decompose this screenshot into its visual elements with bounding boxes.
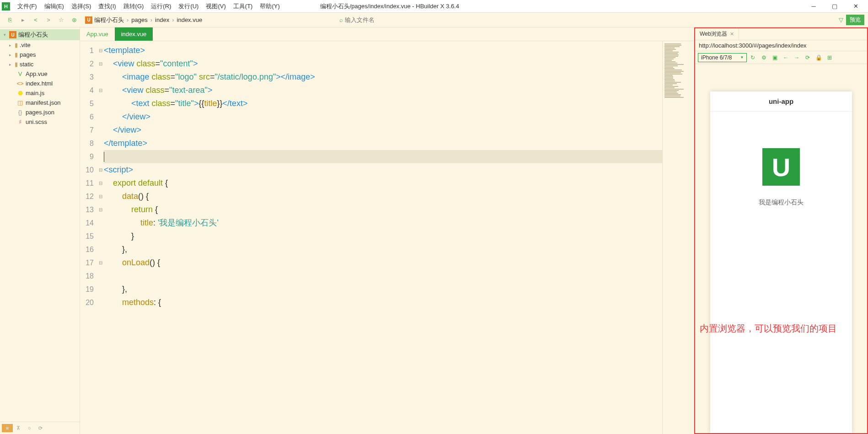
- search-icon: ⌕: [339, 16, 343, 23]
- save-icon[interactable]: ▸: [16, 15, 29, 26]
- preview-canvas: uni-app U 我是编程小石头 内置浏览器，可以预览我们的项目: [695, 64, 867, 433]
- menu-item[interactable]: 帮助(Y): [256, 0, 283, 12]
- menu-item[interactable]: 文件(F): [14, 0, 41, 12]
- breadcrumb-item[interactable]: index.vue: [177, 16, 203, 23]
- preview-toolbar: iPhone 6/7/8▼ ↻ ⚙ ▣ ← → ⟳ 🔒 ⊞: [695, 51, 867, 64]
- fold-toggle[interactable]: [97, 110, 104, 123]
- app-header: uni-app: [710, 91, 852, 112]
- lock-icon[interactable]: 🔒: [814, 53, 824, 62]
- device-selector[interactable]: iPhone 6/7/8▼: [698, 53, 747, 62]
- fold-toggle[interactable]: [97, 269, 104, 283]
- tree-folder[interactable]: ▸▮.vite: [0, 40, 80, 50]
- menu-item[interactable]: 运行(R): [147, 0, 175, 12]
- tree-file[interactable]: <>index.html: [0, 79, 80, 88]
- tree-folder[interactable]: ▸▮pages: [0, 50, 80, 59]
- window-controls: ─ ▢ ✕: [803, 0, 866, 13]
- fold-toggle[interactable]: ⊟: [97, 177, 104, 190]
- fold-toggle[interactable]: ⊟: [97, 190, 104, 203]
- run-icon[interactable]: ⊛: [68, 15, 80, 26]
- fold-toggle[interactable]: [97, 137, 104, 150]
- nav-back-icon[interactable]: <: [29, 15, 42, 26]
- fold-toggle[interactable]: ⊟: [97, 203, 104, 216]
- breadcrumb-item[interactable]: index: [155, 16, 169, 23]
- menu-item[interactable]: 编辑(E): [41, 0, 68, 12]
- chevron-down-icon: ▼: [740, 55, 744, 59]
- window-title: 编程小石头/pages/index/index.vue - HBuilder X…: [320, 2, 459, 11]
- menubar: H 文件(F)编辑(E)选择(S)查找(I)跳转(G)运行(R)发行(U)视图(…: [0, 0, 868, 13]
- tree-file[interactable]: ⬣main.js: [0, 88, 80, 98]
- screenshot-icon[interactable]: ▣: [770, 53, 780, 62]
- preview-tab-browser[interactable]: Web浏览器 ✕: [695, 28, 739, 40]
- breadcrumb-separator-icon: ›: [127, 16, 129, 23]
- fold-toggle[interactable]: [97, 283, 104, 296]
- menu-item[interactable]: 发行(U): [175, 0, 202, 12]
- line-gutter: 1234567891011121314151617181920: [80, 41, 97, 434]
- close-button[interactable]: ✕: [845, 0, 866, 13]
- fold-toggle[interactable]: [97, 296, 104, 309]
- app-title-text: 我是编程小石头: [759, 198, 804, 207]
- close-tab-icon[interactable]: ✕: [730, 31, 734, 37]
- fold-toggle[interactable]: ⊟: [97, 163, 104, 177]
- menu-item[interactable]: 跳转(G): [120, 0, 148, 12]
- fold-toggle[interactable]: [97, 97, 104, 110]
- fold-toggle[interactable]: ⊟: [97, 84, 104, 97]
- fold-toggle[interactable]: [97, 243, 104, 256]
- breadcrumb-item[interactable]: pages: [131, 16, 147, 23]
- file-search: ⌕: [339, 16, 459, 23]
- editor-tab[interactable]: App.vue: [80, 27, 115, 41]
- maximize-button[interactable]: ▢: [824, 0, 845, 13]
- tree-file[interactable]: ♯uni.scss: [0, 117, 80, 127]
- annotation-text: 内置浏览器，可以预览我们的项目: [700, 322, 863, 335]
- preview-button[interactable]: 预览: [846, 15, 864, 25]
- refresh-icon[interactable]: ⟳: [803, 53, 813, 62]
- editor-body[interactable]: 1234567891011121314151617181920 ⊟⊟⊟⊟⊟⊟⊟⊟…: [80, 41, 694, 434]
- fold-toggle[interactable]: ⊟: [97, 44, 104, 57]
- fold-toggle[interactable]: [97, 216, 104, 230]
- explorer-view-icon[interactable]: ≡: [2, 424, 13, 432]
- tree-project-root[interactable]: ▾U编程小石头: [0, 29, 80, 40]
- menu-item[interactable]: 工具(T): [230, 0, 257, 12]
- grid-icon[interactable]: ⊞: [825, 53, 835, 62]
- search-input[interactable]: [345, 16, 459, 23]
- nav-forward-icon[interactable]: >: [42, 15, 55, 26]
- app-body: U 我是编程小石头: [710, 112, 852, 433]
- toolbar: ⎘ ▸ < > ☆ ⊛ U 编程小石头 › pages › index › in…: [0, 13, 868, 27]
- tree-folder[interactable]: ▸▮static: [0, 59, 80, 69]
- fold-toggle[interactable]: ⊟: [97, 256, 104, 269]
- fold-column: ⊟⊟⊟⊟⊟⊟⊟⊟: [97, 41, 104, 434]
- breadcrumb-separator-icon: ›: [150, 16, 152, 23]
- menu-item[interactable]: 视图(V): [202, 0, 229, 12]
- editor-tabs: App.vueindex.vue: [80, 27, 694, 41]
- preview-tabs: Web浏览器 ✕: [695, 28, 867, 40]
- favorite-icon[interactable]: ☆: [55, 15, 68, 26]
- sync-icon[interactable]: ⟳: [35, 424, 46, 432]
- breadcrumb: U 编程小石头 › pages › index › index.vue: [85, 16, 202, 24]
- new-file-icon[interactable]: ⎘: [4, 15, 16, 26]
- tree-file[interactable]: {}pages.json: [0, 107, 80, 117]
- terminal-icon[interactable]: ○: [24, 424, 35, 432]
- minimap[interactable]: [662, 41, 694, 434]
- menu-item[interactable]: 选择(S): [68, 0, 95, 12]
- fold-toggle[interactable]: [97, 230, 104, 243]
- fold-toggle[interactable]: ⊟: [97, 57, 104, 70]
- editor-tab[interactable]: index.vue: [115, 27, 153, 41]
- collapse-icon[interactable]: ⊼: [13, 424, 24, 432]
- forward-icon[interactable]: →: [792, 53, 802, 62]
- back-icon[interactable]: ←: [781, 53, 791, 62]
- minimize-button[interactable]: ─: [803, 0, 824, 13]
- rotate-icon[interactable]: ↻: [748, 53, 758, 62]
- fold-toggle[interactable]: [97, 123, 104, 137]
- fold-toggle[interactable]: [97, 70, 104, 84]
- preview-url[interactable]: http://localhost:3000/#/pages/index/inde…: [695, 40, 867, 51]
- file-explorer: ▾U编程小石头▸▮.vite▸▮pages▸▮staticVApp.vue<>i…: [0, 27, 80, 434]
- tree-file[interactable]: VApp.vue: [0, 69, 80, 79]
- preview-pane: Web浏览器 ✕ http://localhost:3000/#/pages/i…: [694, 27, 868, 434]
- tree-file[interactable]: ◫manifest.json: [0, 98, 80, 107]
- menu-item[interactable]: 查找(I): [95, 0, 119, 12]
- filter-icon[interactable]: ▽: [839, 16, 843, 23]
- code-area[interactable]: <template> <view class="content"> <image…: [104, 41, 662, 434]
- settings-icon[interactable]: ⚙: [759, 53, 769, 62]
- fold-toggle[interactable]: [97, 150, 104, 163]
- app-logo-icon: H: [2, 2, 10, 11]
- breadcrumb-item[interactable]: 编程小石头: [94, 16, 124, 24]
